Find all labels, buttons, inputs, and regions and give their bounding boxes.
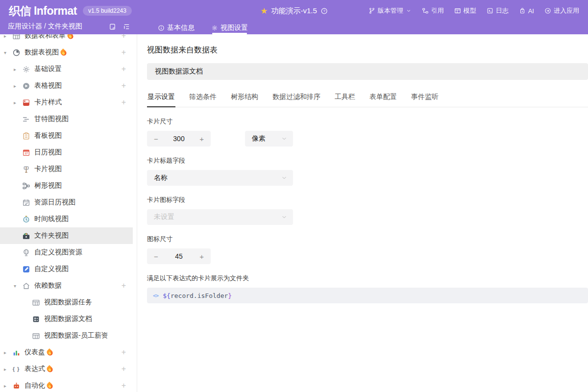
globe-icon [22,248,30,257]
sidebar-item-custom-view[interactable]: 自定义视图 [0,261,133,277]
chevron-down-icon[interactable]: ▾ [4,50,12,55]
settings-tab[interactable]: 树形结构 [230,93,259,107]
subheader-tab-view-settings[interactable]: 视图设置 [210,22,249,34]
main-panel: 视图数据来自数据表 视图数据源文档 显示设置筛选条件树形结构数据过滤和排序工具栏… [137,34,588,392]
settings-tab[interactable]: 筛选条件 [189,93,217,107]
sidebar-item-data-table-views[interactable]: ▾数据表视图+ [0,44,133,61]
sidebar-item-resource-calendar-view[interactable]: 资源日历视图 [0,194,133,211]
calendar-icon: 17 [22,148,30,157]
sidebar-item-label: 时间线视图 [34,215,69,223]
sidebar-item-label: 仪表盘 [24,348,45,357]
chevron-right-icon[interactable]: ▸ [4,383,12,389]
help-icon[interactable]: ? [320,7,328,15]
signpost-icon [22,165,30,173]
header-menu-enter-app[interactable]: 进入应用 [544,6,579,15]
code-icon: <> [153,293,158,299]
calendar-check-icon [22,198,30,207]
folder-expression-label: 满足以下表达式的卡片展示为文件夹 [147,274,588,283]
add-button[interactable]: + [122,34,126,40]
settings-tab[interactable]: 工具栏 [334,93,356,107]
chevron-right-icon[interactable]: ▸ [14,100,22,105]
add-button[interactable]: + [122,348,126,357]
sidebar-item-label: 看板视图 [34,131,62,140]
add-button[interactable]: + [122,48,126,57]
add-button[interactable]: + [122,281,126,290]
settings-tab[interactable]: 数据过滤和排序 [272,93,321,107]
sidebar-item-label: 自定义视图 [34,265,69,273]
sidebar-item-timeline-view[interactable]: 时间线视图 [0,211,133,227]
add-button[interactable]: + [122,365,126,373]
card-title-field-select[interactable]: 名称 [147,170,293,186]
chevron-right-icon[interactable]: ▸ [4,350,12,355]
chevron-right-icon[interactable]: ▸ [14,67,22,72]
chevron-right-icon[interactable]: ▸ [4,34,12,39]
house-icon [22,282,30,290]
sidebar-item-card-view[interactable]: 卡片视图 [0,161,133,177]
note-icon[interactable] [109,23,116,30]
table-icon [32,332,40,340]
chevron-down-icon[interactable]: ▾ [14,283,22,289]
sidebar-item-calendar-view[interactable]: 17日历视图 [0,144,133,161]
gearw-icon [211,24,218,31]
icon-size-plus-button[interactable]: + [199,252,204,261]
braces-icon: { } [13,366,20,372]
add-button[interactable]: + [122,65,126,74]
sidebar-item-data-tables-forms[interactable]: ▸数据表和表单+ [0,34,133,44]
chevron-down-icon [406,8,412,14]
header-menu-label: 版本管理 [378,6,403,15]
header-menu-ai[interactable]: AI [519,7,534,15]
star-icon: ★ [260,7,268,15]
icon-size-stepper[interactable]: − 45 + [147,248,211,264]
chevron-right-icon[interactable]: ▸ [14,83,22,89]
sidebar-item-label: 数据表和表单 [24,34,66,40]
card-size-unit-select[interactable]: 像素 [245,131,293,147]
settings-tab[interactable]: 显示设置 [147,93,175,107]
folder-expression-code: ${record.isFolder} [163,292,232,299]
sidebar-item-automation[interactable]: ▸自动化+ [0,377,133,392]
datasource-input[interactable]: 视图数据源文档 [147,63,588,80]
sidebar-item-basic-settings[interactable]: ▸基础设置+ [0,61,133,77]
top-header: 织信 Informat v1.5 build2243 ★ 功能演示-v1.5 ?… [0,0,588,22]
sidebar-item-dependent-data[interactable]: ▾依赖数据+ [0,277,133,294]
sidebar-item-folder-view[interactable]: 文件夹视图 [0,227,133,244]
sidebar-item-custom-view-resource[interactable]: 自定义视图资源 [0,244,133,261]
add-button[interactable]: + [122,381,126,390]
subheader-tab-basic-info[interactable]: 基本信息 [157,22,196,34]
sidebar-item-expression[interactable]: ▸{ }表达式+ [0,361,133,377]
sidebar-item-label: 卡片样式 [34,98,62,107]
header-menu-version-management[interactable]: 版本管理 [368,6,412,15]
sidebar-item-view-datasource-doc[interactable]: 视图数据源文档 [0,311,133,327]
add-button[interactable]: + [122,98,126,107]
sidebar-item-gantt-view[interactable]: 甘特图视图 [0,111,133,127]
sidebar-item-label: 表格视图 [34,81,62,90]
branch-icon [368,7,375,14]
card-size-stepper[interactable]: − 300 + [147,131,211,147]
outline-icon[interactable] [123,23,130,30]
settings-tab[interactable]: 事件监听 [411,93,439,107]
sidebar-item-tree-view[interactable]: 树形视图 [0,177,133,194]
sidebar-item-label: 甘特图视图 [34,115,69,123]
chevron-down-icon [281,174,288,181]
card-icon-field-select[interactable]: 未设置 [147,209,293,225]
sidebar-item-kanban-view[interactable]: 看板视图 [0,127,133,144]
icon-size-value: 45 [175,252,183,260]
add-button[interactable]: + [122,81,126,90]
sidebar-item-label: 视图数据源文档 [44,315,92,323]
icon-size-minus-button[interactable]: − [154,252,158,261]
card-size-minus-button[interactable]: − [154,135,158,143]
ref-icon [422,7,429,14]
folder-expression-input[interactable]: <> ${record.isFolder} [147,288,588,303]
sidebar-item-table-view[interactable]: ▸表格视图+ [0,77,133,94]
svg-text:17: 17 [24,152,28,155]
settings-tab[interactable]: 表单配置 [369,93,397,107]
chevron-right-icon[interactable]: ▸ [4,367,12,372]
sidebar-item-view-datasource-salary[interactable]: 视图数据源-员工薪资 [0,327,133,344]
sidebar-item-card-style[interactable]: ▸卡片样式+ [0,94,133,111]
header-menu-references[interactable]: 引用 [422,6,444,15]
table-icon [32,298,40,307]
header-menu-logs[interactable]: 日志 [487,6,509,15]
header-menu-model[interactable]: 模型 [454,6,476,15]
sidebar-item-dashboard[interactable]: ▸仪表盘+ [0,344,133,361]
sidebar-item-view-datasource-task[interactable]: 视图数据源任务 [0,294,133,311]
card-size-plus-button[interactable]: + [199,135,204,143]
